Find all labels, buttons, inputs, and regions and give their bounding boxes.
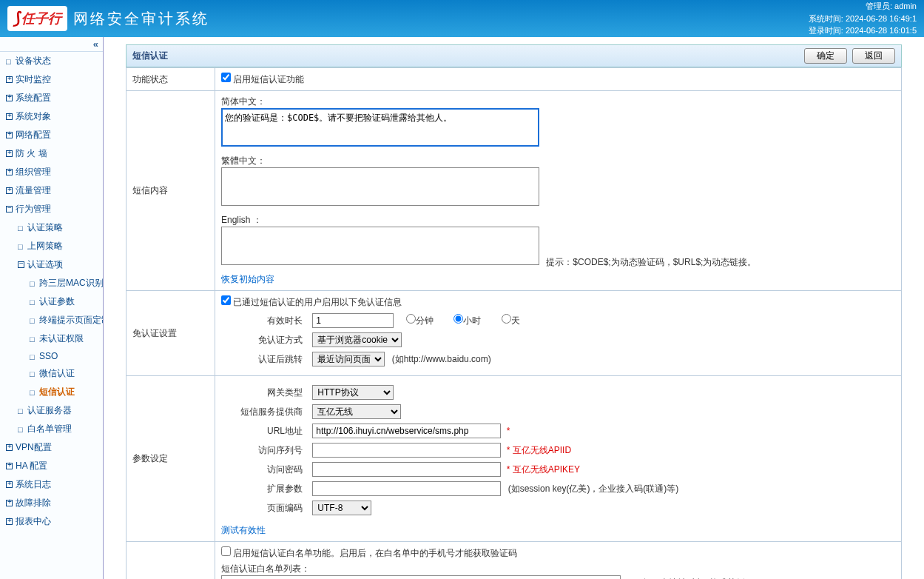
sidebar-item[interactable]: HA 配置 <box>0 457 103 475</box>
unit-day-radio[interactable] <box>502 314 511 324</box>
noauth-enable-label[interactable]: 已通过短信认证的用户启用以下免认证信息 <box>221 297 402 307</box>
sidebar-item[interactable]: 认证选项 <box>0 255 103 274</box>
sidebar-collapse-button[interactable]: « <box>0 37 103 52</box>
system-title: 网络安全审计系统 <box>73 9 209 29</box>
collapse-icon <box>6 206 13 212</box>
sidebar-item[interactable]: 短信认证 <box>0 383 103 401</box>
brand-logo: ⟆ 任子行 <box>7 6 67 31</box>
whitelist-enable-label[interactable]: 启用短信认证白名单功能。启用后，在白名单中的手机号才能获取验证码 <box>221 548 517 558</box>
whitelist-enable-checkbox[interactable] <box>221 546 231 556</box>
panel-header: 短信认证 确定 返回 <box>126 44 902 67</box>
sidebar-item[interactable]: 设备状态 <box>0 52 103 70</box>
sidebar-item-label: 白名单管理 <box>27 424 72 434</box>
sidebar-item-label: 故障排除 <box>16 498 51 508</box>
main-content: 短信认证 确定 返回 功能状态 启用短信认证功能 短信内容 <box>104 37 924 579</box>
header-left: ⟆ 任子行 网络安全审计系统 <box>7 6 209 31</box>
unit-hour-label[interactable]: 小时 <box>453 315 481 326</box>
sidebar-item-label: 行为管理 <box>16 204 51 214</box>
sidebar-item[interactable]: 微信认证 <box>0 364 103 383</box>
sidebar-item-label: 短信认证 <box>39 386 75 397</box>
sidebar-item[interactable]: 防 火 墙 <box>0 144 103 163</box>
zhcn-label: 简体中文： <box>221 96 895 108</box>
zhcn-textarea[interactable] <box>221 108 539 147</box>
zhtw-textarea[interactable] <box>221 167 539 206</box>
encoding-select[interactable]: UTF-8 <box>312 501 371 515</box>
whitelist-textarea[interactable] <box>221 575 621 579</box>
sidebar-item[interactable]: 系统对象 <box>0 107 103 126</box>
sidebar-item-label: 网络配置 <box>16 130 51 140</box>
seq-label: 访问序列号 <box>221 444 303 457</box>
sidebar-item-label: 认证参数 <box>39 296 75 307</box>
restore-link[interactable]: 恢复初始内容 <box>221 274 274 284</box>
unit-minute-label[interactable]: 分钟 <box>406 315 434 326</box>
sidebar-item[interactable]: VPN配置 <box>0 438 103 457</box>
sidebar-item-label: 终端提示页面定制 <box>39 315 104 325</box>
expand-icon <box>6 132 13 138</box>
url-input[interactable] <box>312 424 501 438</box>
seq-input[interactable] <box>312 443 501 458</box>
header-right: 管理员: admin 系统时间: 2024-06-28 16:49:1 登录时间… <box>809 0 917 37</box>
sidebar-item[interactable]: 故障排除 <box>0 494 103 512</box>
zhtw-label: 繁體中文： <box>221 155 895 167</box>
sidebar-item[interactable]: 组织管理 <box>0 163 103 181</box>
sms-content-label: 短信内容 <box>127 91 215 291</box>
sidebar-item[interactable]: 终端提示页面定制 <box>0 311 103 329</box>
sidebar-item-label: 系统对象 <box>16 111 51 121</box>
sidebar-item-label: HA 配置 <box>16 461 47 471</box>
url-label: URL地址 <box>221 425 303 438</box>
sidebar-item[interactable]: 认证策略 <box>0 218 103 237</box>
sidebar-item-label: 组织管理 <box>16 167 51 177</box>
noauth-method-select[interactable]: 基于浏览器cookie <box>312 332 402 347</box>
sidebar-item[interactable]: 跨三层MAC识别 <box>0 274 103 292</box>
leaf-icon <box>30 298 36 305</box>
redirect-select[interactable]: 最近访问页面 <box>312 352 385 367</box>
sidebar-item[interactable]: 未认证权限 <box>0 329 103 348</box>
unit-hour-radio[interactable] <box>453 314 463 324</box>
sidebar-item[interactable]: 实时监控 <box>0 70 103 89</box>
ext-input[interactable] <box>312 481 501 496</box>
gateway-type-select[interactable]: HTTP协议 <box>312 385 394 400</box>
admin-label: 管理员: <box>866 1 892 10</box>
whitelist-enable-text: 启用短信认证白名单功能。启用后，在白名单中的手机号才能获取验证码 <box>233 548 517 558</box>
enable-sms-label[interactable]: 启用短信认证功能 <box>221 74 304 84</box>
enable-sms-text: 启用短信认证功能 <box>233 74 304 84</box>
seq-required-icon: * <box>507 445 510 455</box>
sidebar-item[interactable]: 网络配置 <box>0 126 103 144</box>
duration-input[interactable] <box>312 313 394 328</box>
sidebar-item[interactable]: 流量管理 <box>0 181 103 200</box>
unit-day-label[interactable]: 天 <box>502 315 520 326</box>
test-link[interactable]: 测试有效性 <box>221 525 266 535</box>
redirect-hint: (如http://www.baidu.com) <box>392 354 491 364</box>
pwd-hint: 互亿无线APIKEY <box>513 464 580 475</box>
collapse-icon <box>18 261 24 268</box>
sidebar-item-label: 未认证权限 <box>39 333 84 344</box>
sidebar-item[interactable]: 上网策略 <box>0 237 103 255</box>
sidebar-item[interactable]: 报表中心 <box>0 512 103 531</box>
sidebar-item[interactable]: 认证参数 <box>0 292 103 311</box>
expand-icon <box>6 95 13 101</box>
sidebar-item[interactable]: 系统配置 <box>0 89 103 107</box>
en-textarea[interactable] <box>221 227 539 265</box>
ok-button[interactable]: 确定 <box>804 48 847 64</box>
sidebar-item[interactable]: 系统日志 <box>0 475 103 494</box>
back-button[interactable]: 返回 <box>852 48 895 64</box>
logintime-value: 2024-06-28 16:01:5 <box>846 26 917 35</box>
pwd-required-icon: * <box>507 464 510 475</box>
sidebar-item[interactable]: 白名单管理 <box>0 420 103 438</box>
sidebar-item-label: 上网策略 <box>27 241 63 251</box>
panel-title: 短信认证 <box>132 50 168 62</box>
unit-minute-radio[interactable] <box>406 314 416 324</box>
expand-icon <box>6 150 13 157</box>
pwd-input[interactable] <box>312 462 501 477</box>
ext-hint: (如session key(亿美)，企业接入码(联通)等) <box>508 483 679 494</box>
sidebar-item-label: 认证服务器 <box>27 405 72 415</box>
sidebar-item[interactable]: SSO <box>0 348 103 364</box>
provider-select[interactable]: 互亿无线 <box>312 404 401 419</box>
sidebar-item-label: 跨三层MAC识别 <box>39 278 104 288</box>
sidebar-item[interactable]: 认证服务器 <box>0 401 103 420</box>
sidebar: « 设备状态实时监控系统配置系统对象网络配置防 火 墙组织管理流量管理行为管理认… <box>0 37 104 579</box>
sidebar-item-label: 防 火 墙 <box>16 148 47 158</box>
enable-sms-checkbox[interactable] <box>221 73 231 82</box>
sidebar-item[interactable]: 行为管理 <box>0 200 103 218</box>
noauth-enable-checkbox[interactable] <box>221 295 231 305</box>
